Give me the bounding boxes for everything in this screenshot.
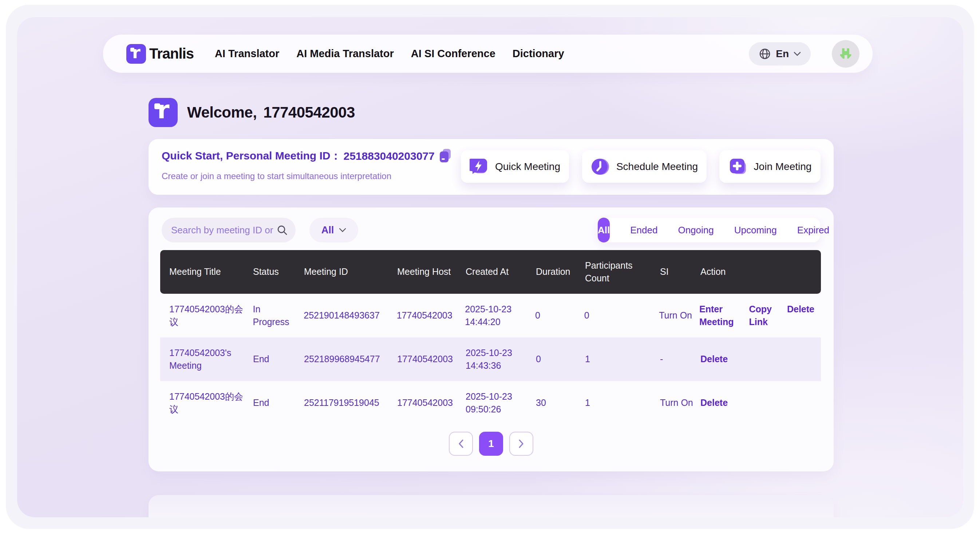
logo-r-glyph: r xyxy=(132,43,140,62)
cell-duration: 0 xyxy=(535,309,584,322)
navbar: r Tranlis AI Translator AI Media Transla… xyxy=(103,35,873,73)
page-title: Welcome,17740542003 xyxy=(187,104,355,121)
tranlis-logo-icon: r xyxy=(126,44,146,64)
status-filter-tabs: All Ended Ongoing Upcoming Expired xyxy=(598,218,820,242)
welcome-greeting: Welcome, xyxy=(187,104,257,121)
tab-ongoing[interactable]: Ongoing xyxy=(678,225,714,236)
cell-meeting-id: 252190148493637 xyxy=(304,309,396,322)
avatar[interactable] xyxy=(832,40,859,68)
quick-start-subtitle: Create or join a meeting to start simult… xyxy=(162,171,391,181)
nav-item-ai-translator[interactable]: AI Translator xyxy=(215,48,279,60)
language-value: En xyxy=(776,48,789,60)
quick-meeting-icon xyxy=(469,157,488,176)
copy-icon-front xyxy=(440,151,449,162)
cell-meeting-title: 17740542003的会议 xyxy=(169,390,253,416)
cell-meeting-title: 17740542003's Meeting xyxy=(169,346,253,372)
delete-link[interactable]: Delete xyxy=(787,303,815,316)
cell-actions: Delete xyxy=(700,353,821,366)
enter-meeting-link[interactable]: Enter Meeting xyxy=(699,303,733,329)
schedule-meeting-icon xyxy=(591,157,610,176)
cell-status: In Progress xyxy=(253,303,304,329)
main-container: r Tranlis AI Translator AI Media Transla… xyxy=(17,17,963,517)
col-duration: Duration xyxy=(536,265,585,278)
navbar-right: En xyxy=(749,40,859,68)
cell-status: End xyxy=(253,396,304,410)
join-meeting-label: Join Meeting xyxy=(754,161,812,173)
pagination: 1 xyxy=(148,432,834,456)
cell-si: Turn On xyxy=(659,309,699,322)
nav-item-ai-si-conference[interactable]: AI SI Conference xyxy=(411,48,495,60)
cell-si: Turn On xyxy=(660,396,700,410)
globe-icon xyxy=(758,47,772,60)
quick-meeting-label: Quick Meeting xyxy=(495,161,560,173)
col-si: SI xyxy=(660,265,700,278)
nav-item-ai-media-translator[interactable]: AI Media Translator xyxy=(296,48,394,60)
search-input[interactable] xyxy=(171,225,276,236)
cell-created-at: 2025-10-23 09:50:26 xyxy=(466,390,536,416)
tab-upcoming[interactable]: Upcoming xyxy=(734,225,777,236)
cell-meeting-host: 17740542003 xyxy=(397,353,466,366)
cell-participants: 1 xyxy=(585,353,660,366)
col-action: Action xyxy=(700,265,821,278)
cell-meeting-host: 17740542003 xyxy=(397,396,466,410)
copy-link-link[interactable]: Copy Link xyxy=(749,303,772,329)
quick-meeting-button[interactable]: Quick Meeting xyxy=(461,150,569,183)
table-row: 17740542003's Meeting End 25218996894547… xyxy=(160,337,821,381)
brand-logo[interactable]: r Tranlis xyxy=(126,44,194,64)
nav-item-dictionary[interactable]: Dictionary xyxy=(512,48,564,60)
join-meeting-button[interactable]: Join Meeting xyxy=(719,150,821,183)
quick-start-title: Quick Start, Personal Meeting ID： 251883… xyxy=(162,148,452,164)
cell-meeting-title: 17740542003的会议 xyxy=(169,303,253,329)
quick-start-title-text: Quick Start, Personal Meeting ID： xyxy=(162,148,341,164)
meetings-table: Meeting Title Status Meeting ID Meeting … xyxy=(160,250,821,425)
pagination-page-1[interactable]: 1 xyxy=(479,432,503,456)
language-selector[interactable]: En xyxy=(749,42,811,65)
help-center-card: Help Center xyxy=(148,495,834,517)
logo-r-glyph: r xyxy=(157,95,170,124)
pagination-prev-button[interactable] xyxy=(449,432,473,456)
tab-expired[interactable]: Expired xyxy=(797,225,829,236)
search-icon[interactable] xyxy=(276,224,288,236)
tab-ended[interactable]: Ended xyxy=(630,225,657,236)
cell-si: - xyxy=(660,353,700,366)
table-row: 17740542003的会议 End 252117919519045 17740… xyxy=(160,381,821,425)
page-frame: r Tranlis AI Translator AI Media Transla… xyxy=(6,5,974,529)
cell-actions: Enter Meeting Copy Link Delete xyxy=(699,303,821,329)
chevron-down-icon xyxy=(339,228,346,233)
cell-duration: 0 xyxy=(536,353,585,366)
cell-duration: 30 xyxy=(536,396,585,410)
quick-start-card: Quick Start, Personal Meeting ID： 251883… xyxy=(148,139,834,195)
filter-dropdown-value: All xyxy=(321,225,334,236)
filter-dropdown[interactable]: All xyxy=(309,218,358,242)
schedule-meeting-label: Schedule Meeting xyxy=(616,161,698,173)
col-created-at: Created At xyxy=(466,265,536,278)
nav-links: AI Translator AI Media Translator AI SI … xyxy=(215,48,564,60)
cell-status: End xyxy=(253,353,304,366)
col-meeting-title: Meeting Title xyxy=(169,265,253,278)
search-box xyxy=(162,218,296,242)
cell-actions: Delete xyxy=(700,396,821,410)
cell-meeting-id: 252117919519045 xyxy=(304,396,397,410)
col-participants-count: Participants Count xyxy=(585,259,660,285)
pagination-next-button[interactable] xyxy=(509,432,533,456)
table-row: 17740542003的会议 In Progress 2521901484936… xyxy=(160,294,821,337)
schedule-meeting-button[interactable]: Schedule Meeting xyxy=(582,150,706,183)
join-meeting-icon xyxy=(729,157,748,176)
delete-link[interactable]: Delete xyxy=(700,353,728,366)
copy-meeting-id-icon[interactable] xyxy=(439,149,452,164)
cell-meeting-id: 252189968945477 xyxy=(304,353,397,366)
cell-created-at: 2025-10-23 14:44:20 xyxy=(465,303,535,329)
tab-all[interactable]: All xyxy=(598,218,610,242)
personal-meeting-id: 251883040203077 xyxy=(343,150,434,162)
welcome-user-id: 17740542003 xyxy=(263,104,355,121)
meetings-card: All All Ended Ongoing Upcoming Expired M… xyxy=(148,208,834,471)
table-header-row: Meeting Title Status Meeting ID Meeting … xyxy=(160,250,821,294)
chevron-down-icon xyxy=(793,51,801,56)
welcome-section: r Welcome,17740542003 xyxy=(148,98,355,127)
brand-name: Tranlis xyxy=(149,46,194,62)
welcome-logo-icon: r xyxy=(148,98,178,127)
cell-meeting-host: 17740542003 xyxy=(397,309,465,322)
cell-participants: 0 xyxy=(584,309,659,322)
col-status: Status xyxy=(253,265,304,278)
delete-link[interactable]: Delete xyxy=(700,396,728,410)
